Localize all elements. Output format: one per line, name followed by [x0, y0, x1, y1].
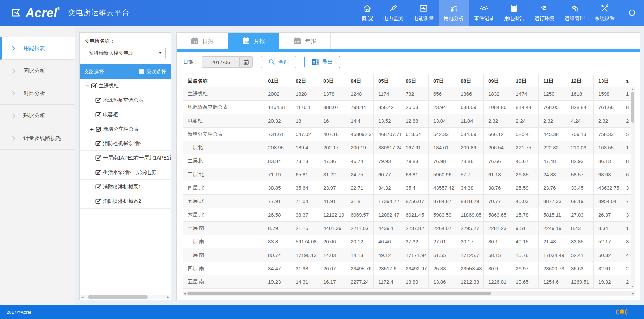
value-cell: 65.81	[291, 168, 318, 181]
tree-item[interactable]: −主进线柜	[80, 79, 171, 93]
notification-bell-button[interactable]	[616, 307, 628, 317]
value-cell: 163.55	[594, 141, 621, 154]
value-cell: 13.89	[401, 275, 429, 289]
cascade-select[interactable]: 级联选择	[139, 69, 166, 75]
station-select[interactable]: 安科瑞新大楼变电所 ▼	[85, 47, 166, 59]
checked-checkbox-icon[interactable]	[96, 126, 102, 132]
value-cell: 1212.33	[456, 275, 484, 289]
value-cell: 24.88	[539, 168, 566, 181]
v-scrollbar-thumb[interactable]	[631, 92, 634, 123]
checked-checkbox-icon[interactable]	[95, 111, 101, 118]
h-scrollbar-thumb[interactable]	[187, 292, 491, 295]
expand-plus-icon[interactable]: +	[90, 126, 96, 132]
value-cell: 94.78	[594, 289, 621, 290]
tree-item[interactable]: 地源热泵空调总表	[80, 93, 171, 107]
sidebar-item-metering-line-loss[interactable]: 计量及线路损耗	[0, 127, 75, 150]
tree-item[interactable]: +新增分立柜总表	[80, 122, 171, 136]
nav-item-system-settings[interactable]: 系统设置	[590, 0, 620, 26]
logout-power-button[interactable]	[620, 0, 644, 26]
value-cell: 41.97	[291, 289, 318, 290]
value-cell: 38.76	[484, 181, 511, 195]
tree-item[interactable]: 消防喷淋机械泵2	[80, 194, 171, 209]
checked-checkbox-icon[interactable]	[91, 83, 97, 89]
power-monitoring-icon	[389, 4, 398, 13]
scroll-left-icon[interactable]: ◀	[184, 292, 186, 296]
nav-item-label: 电力监测	[383, 15, 403, 22]
tree-item[interactable]: 生活水泵2路一层弱电房	[80, 165, 171, 180]
sidebar-item-mom-analysis[interactable]: 环比分析	[0, 105, 75, 127]
value-cell: 31.8	[346, 195, 374, 208]
tree-horizontal-scrollbar[interactable]: ◀ ▶	[80, 295, 170, 299]
circuit-name-cell: 主进线柜	[183, 87, 263, 101]
nav-item-power-monitoring[interactable]: 电力监测	[378, 0, 408, 26]
tree-item[interactable]: 一层南1APE2右一层北1APE1进	[80, 151, 171, 165]
tree-item[interactable]: 电容柜	[80, 107, 171, 122]
tree-item[interactable]: 消防栓机械泵2路	[80, 136, 171, 151]
value-cell: 26.58	[263, 208, 291, 222]
value-cell: 11.84	[456, 114, 484, 128]
tree-item-label: 电容柜	[103, 111, 118, 118]
report-tabs: +1d日报+1M月报+1Y年报	[177, 33, 640, 49]
checked-checkbox-icon[interactable]	[95, 169, 101, 175]
checked-checkbox-icon[interactable]	[95, 97, 101, 103]
nav-item-ops-management[interactable]: 运维管理	[559, 0, 590, 26]
checked-checkbox-icon[interactable]	[95, 184, 101, 190]
tree-scrollbar-thumb[interactable]	[88, 295, 148, 299]
value-cell: 1164.81	[263, 101, 291, 114]
checked-checkbox-icon[interactable]	[95, 140, 101, 146]
circuit-name-cell: 二层北	[183, 154, 263, 168]
excel-export-icon: X	[312, 59, 319, 65]
scroll-up-icon[interactable]: ▲	[631, 87, 634, 91]
value-cell: 2.24	[511, 114, 539, 128]
scroll-left-icon[interactable]: ◀	[81, 295, 83, 299]
circuit-name-cell: 一层 南	[183, 222, 263, 235]
value-cell: 4439.1	[374, 222, 401, 235]
value-cell: 71.19	[263, 168, 291, 181]
value-cell: 8.34	[594, 222, 621, 235]
value-cell: 798.44	[346, 101, 374, 114]
value-cell: 73.13	[291, 154, 318, 168]
tab-monthly[interactable]: +1M月报	[228, 33, 279, 49]
sidebar-item-energy-report[interactable]: 用能报表	[0, 37, 75, 60]
value-cell: 58.57	[566, 168, 594, 181]
value-cell: 4401.39	[318, 222, 346, 235]
column-header: 10日	[511, 75, 539, 87]
scroll-down-icon[interactable]: ▼	[631, 285, 634, 289]
tree-item[interactable]: 消防喷淋机械泵1	[80, 180, 171, 194]
scroll-right-icon[interactable]: ▶	[167, 295, 169, 299]
report-content-panel: +1d日报+1M月报+1Y年报 日期： 2017-06 查询	[176, 32, 640, 300]
value-cell: 8756.07	[401, 195, 429, 208]
nav-item-environment[interactable]: 运行环境	[529, 0, 559, 26]
checked-checkbox-icon[interactable]	[95, 155, 101, 161]
date-picker-button[interactable]	[239, 56, 253, 68]
sidebar-item-contrast-analysis[interactable]: 对比分析	[0, 82, 75, 105]
tab-yearly[interactable]: +1Y年报	[279, 33, 331, 49]
nav-item-power-quality[interactable]: 电能质量	[408, 0, 439, 26]
nav-item-energy-report[interactable]: 用电报告	[499, 0, 529, 26]
nav-item-event-records[interactable]: 事件记录	[469, 0, 499, 26]
export-button[interactable]: X 导出	[304, 56, 340, 68]
value-cell: 33.85	[566, 235, 594, 248]
nav-item-overview[interactable]: 概 况	[357, 0, 378, 26]
nav-item-energy-analysis[interactable]: 用电分析	[439, 0, 469, 26]
value-cell: 26.97	[511, 262, 539, 275]
table-vertical-scrollbar[interactable]: ▲ ▼	[631, 87, 635, 289]
system-settings-icon	[600, 4, 609, 13]
tab-daily[interactable]: +1d日报	[177, 33, 228, 49]
checked-checkbox-icon[interactable]	[95, 198, 101, 204]
column-header: 09日	[484, 75, 511, 87]
table-header-row: 回路名称01日02日03日04日05日06日07日08日09日10日11日12日…	[183, 75, 635, 87]
scroll-right-icon[interactable]: ▶	[632, 292, 634, 296]
collapse-minus-icon[interactable]: −	[85, 83, 91, 89]
cascade-checkbox[interactable]	[139, 69, 144, 74]
sidebar-item-yoy-analysis[interactable]: 同比分析	[0, 60, 75, 82]
column-header: 回路名称	[183, 75, 263, 87]
table-horizontal-scrollbar[interactable]: ◀ ▶	[183, 291, 635, 296]
overview-icon	[363, 4, 372, 13]
table-row: 新增分立柜总表731.61547.02407.16468092.31468707…	[183, 128, 635, 141]
column-header: 01日	[263, 75, 291, 87]
search-button[interactable]: 查询	[261, 56, 296, 68]
value-cell: 210.03	[566, 141, 594, 154]
value-cell: 580.41	[511, 128, 539, 141]
date-input[interactable]: 2017-06	[202, 56, 239, 68]
